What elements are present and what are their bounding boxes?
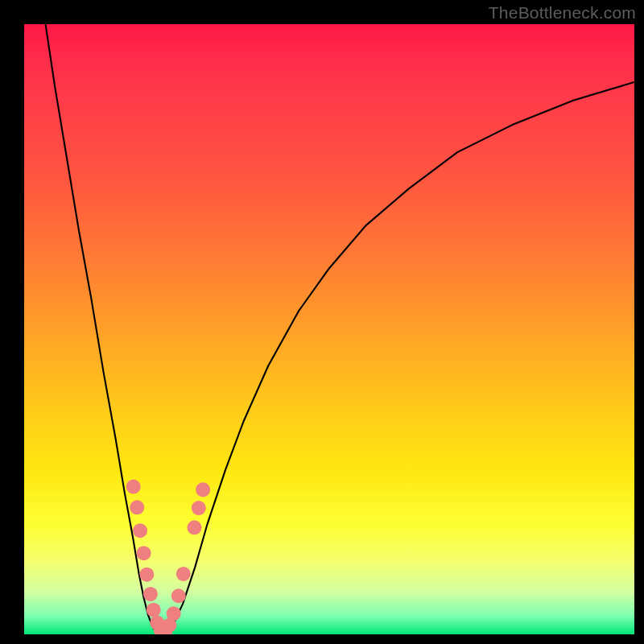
data-marker xyxy=(137,546,151,560)
watermark-text: TheBottleneck.com xyxy=(489,3,636,23)
data-marker xyxy=(133,523,147,538)
curve-right-branch xyxy=(162,82,634,634)
chart-frame: TheBottleneck.com xyxy=(0,0,644,644)
data-marker xyxy=(187,520,201,535)
bottleneck-curve xyxy=(24,24,634,634)
data-marker xyxy=(143,587,158,601)
data-marker xyxy=(196,482,210,497)
plot-area xyxy=(24,24,634,634)
data-marker xyxy=(176,567,191,581)
curve-left-branch xyxy=(46,24,162,634)
data-marker xyxy=(126,480,141,494)
data-marker xyxy=(171,588,186,603)
data-marker xyxy=(167,606,181,621)
data-marker xyxy=(192,501,206,515)
data-marker xyxy=(139,568,154,582)
data-marker xyxy=(130,500,144,514)
data-marker xyxy=(147,603,161,617)
